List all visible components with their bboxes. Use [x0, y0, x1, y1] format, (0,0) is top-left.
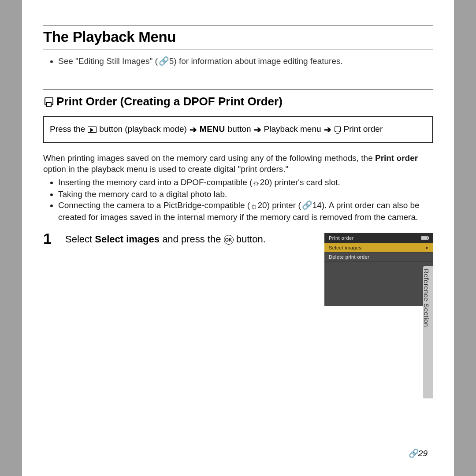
lcd-menu-item-selected: Select images ▸	[324, 243, 433, 253]
step-number: 1	[43, 231, 56, 246]
arrow-right-icon: ➔	[324, 123, 331, 136]
intro-paragraph: When printing images saved on the memory…	[43, 152, 433, 175]
lcd-menu-item: Delete print order	[324, 253, 433, 262]
section-rule	[43, 89, 433, 89]
list-item: Connecting the camera to a PictBridge-co…	[58, 200, 433, 223]
step-instruction: Select Select images and press the OK bu…	[65, 231, 315, 246]
top-rule	[43, 26, 433, 26]
glossary-icon: ☼	[250, 201, 257, 212]
arrow-right-icon: ➔	[190, 123, 197, 136]
crossref-icon: 🔗	[301, 200, 312, 211]
menu-button-label: MENU	[200, 123, 225, 136]
chevron-right-icon: ▸	[426, 245, 428, 250]
section-tab-label: Reference Section	[423, 269, 430, 327]
section-heading: Print Order (Creating a DPOF Print Order…	[43, 95, 433, 108]
glossary-icon: ☼	[252, 177, 260, 189]
battery-icon	[421, 236, 428, 240]
method-list: Inserting the memory card into a DPOF-co…	[58, 177, 433, 223]
print-order-icon	[334, 126, 341, 133]
lcd-title: Print order	[329, 235, 354, 241]
page-title: The Playback Menu	[43, 28, 433, 49]
page-number: 🔗 29	[409, 448, 428, 458]
camera-screen-preview: Print order Select images ▸ Delete print…	[324, 233, 433, 306]
navigation-path-box: Press the button (playback mode) ➔ MENU …	[43, 116, 433, 143]
lcd-title-bar: Print order	[324, 233, 433, 243]
intro-bullet: See "Editing Still Images" (🔗5) for info…	[58, 56, 433, 67]
list-item: Taking the memory card to a digital phot…	[58, 189, 433, 200]
playback-button-icon	[88, 126, 97, 133]
ok-button-icon: OK	[224, 235, 234, 245]
print-order-icon	[43, 97, 53, 106]
crossref-icon: 🔗	[409, 448, 418, 458]
list-item: Inserting the memory card into a DPOF-co…	[58, 177, 433, 189]
intro-list: See "Editing Still Images" (🔗5) for info…	[58, 56, 433, 67]
crossref-icon: 🔗	[158, 56, 169, 67]
step-1: 1 Select Select images and press the OK …	[43, 231, 433, 306]
arrow-right-icon: ➔	[254, 123, 261, 136]
manual-page: The Playback Menu See "Editing Still Ima…	[22, 0, 454, 476]
